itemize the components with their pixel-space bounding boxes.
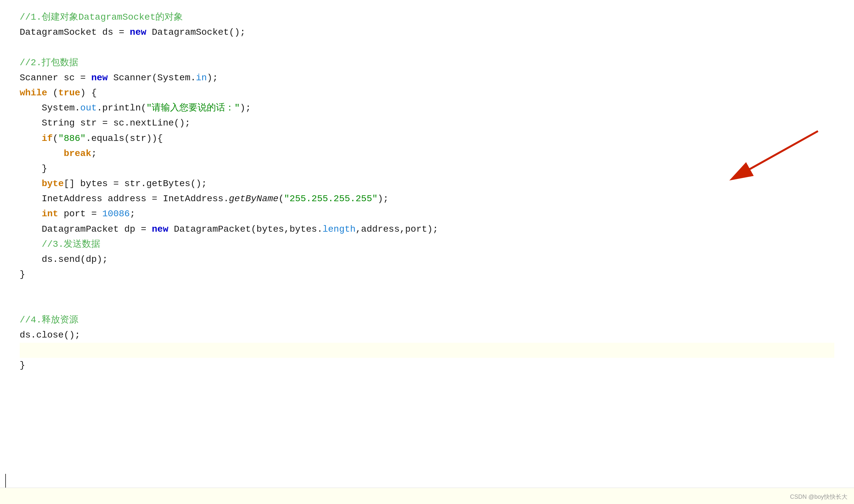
code-line: //4.释放资源 (20, 313, 834, 328)
code-block: //1.创建对象DatagramSocket的对象 DatagramSocket… (20, 10, 834, 373)
code-line: Scanner sc = new Scanner(System.in); (20, 70, 834, 86)
code-line: ds.close(); (20, 328, 834, 343)
code-line-empty (20, 40, 834, 55)
code-line: } (20, 161, 834, 176)
watermark-text: CSDN @boy快快长大 (790, 493, 848, 500)
code-line-empty (20, 298, 834, 313)
bottom-bar (0, 488, 854, 504)
code-container: //1.创建对象DatagramSocket的对象 DatagramSocket… (0, 0, 854, 504)
watermark: CSDN @boy快快长大 (790, 493, 848, 501)
code-line: //3.发送数据 (20, 237, 834, 252)
cursor-indicator (5, 474, 6, 488)
code-line: } (20, 267, 834, 282)
code-line: String str = sc.nextLine(); (20, 116, 834, 131)
code-line: break; (20, 146, 834, 161)
code-line: byte[] bytes = str.getBytes(); (20, 176, 834, 191)
code-line: //1.创建对象DatagramSocket的对象 (20, 10, 834, 25)
code-line: ds.send(dp); (20, 252, 834, 267)
code-line: if("886".equals(str)){ (20, 131, 834, 146)
code-line: int port = 10086; (20, 206, 834, 221)
code-line: InetAddress address = InetAddress.getByN… (20, 191, 834, 206)
code-line-empty (20, 282, 834, 297)
code-line: //2.打包数据 (20, 55, 834, 70)
comment-text: //1.创建对象DatagramSocket的对象 (20, 12, 183, 22)
code-line: DatagramSocket ds = new DatagramSocket()… (20, 25, 834, 40)
code-line-active (20, 343, 834, 358)
code-line: DatagramPacket dp = new DatagramPacket(b… (20, 222, 834, 237)
code-line: System.out.println("请输入您要说的话："); (20, 101, 834, 116)
code-line: } (20, 358, 834, 373)
code-line-while: while (true) { (20, 86, 834, 101)
